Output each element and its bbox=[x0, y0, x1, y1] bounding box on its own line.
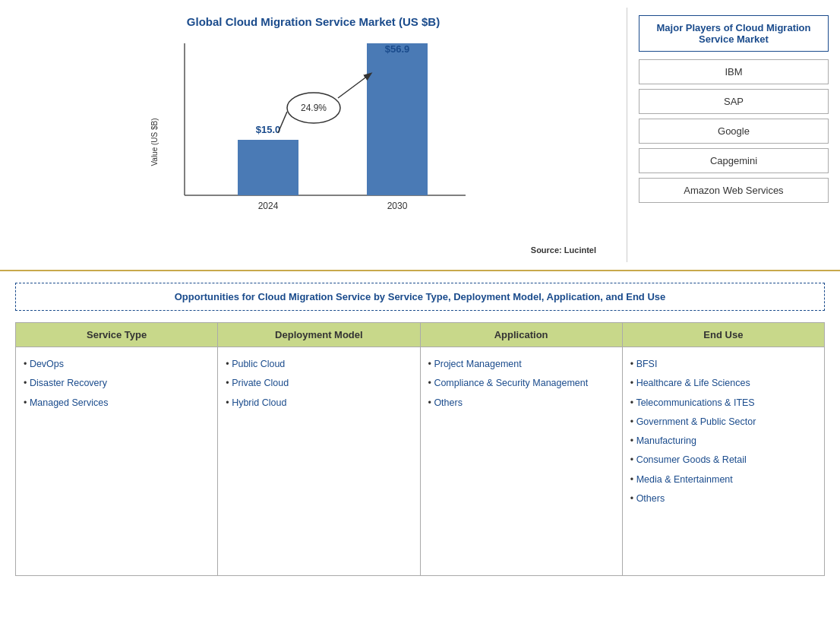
y-axis-label: Value (US $B) bbox=[150, 118, 159, 166]
list-item: • BFSI bbox=[630, 356, 816, 372]
chart-area: Global Cloud Migration Service Market (U… bbox=[0, 8, 627, 262]
column-service-type: Service Type • DevOps • Disaster Recover… bbox=[16, 323, 218, 575]
bar-2024-label: $15.0 bbox=[255, 124, 280, 135]
source-text: Source: Lucintel bbox=[15, 245, 611, 255]
list-item: • DevOps bbox=[24, 356, 210, 372]
deployment-model-body: • Public Cloud • Private Cloud • Hybrid … bbox=[218, 347, 419, 575]
column-end-use: End Use • BFSI • Healthcare & Life Scien… bbox=[623, 323, 824, 575]
list-item: • Public Cloud bbox=[226, 356, 412, 372]
bar-2024 bbox=[238, 140, 298, 195]
end-use-body: • BFSI • Healthcare & Life Sciences • Te… bbox=[623, 347, 824, 575]
bar-2030-year: 2030 bbox=[387, 201, 407, 211]
column-deployment-model: Deployment Model • Public Cloud • Privat… bbox=[218, 323, 420, 575]
player-sap: SAP bbox=[639, 89, 829, 114]
cagr-label: 24.9% bbox=[300, 103, 326, 113]
list-item: • Others bbox=[428, 395, 614, 411]
bar-2024-year: 2024 bbox=[257, 201, 278, 211]
list-item: • Others bbox=[630, 491, 816, 507]
bar-chart-svg: Value (US $B) $15.0 2024 $56.9 2030 bbox=[147, 36, 481, 241]
service-type-body: • DevOps • Disaster Recovery • Managed S… bbox=[16, 347, 217, 575]
list-item: • Hybrid Cloud bbox=[226, 395, 412, 411]
chart-svg-wrap: Value (US $B) $15.0 2024 $56.9 2030 bbox=[15, 36, 611, 241]
player-aws: Amazon Web Services bbox=[639, 178, 829, 203]
column-application: Application • Project Management • Compl… bbox=[421, 323, 623, 575]
list-item: • Healthcare & Life Sciences bbox=[630, 375, 816, 391]
cagr-arrow bbox=[338, 74, 371, 98]
players-title: Major Players of Cloud Migration Service… bbox=[639, 15, 829, 52]
list-item: • Disaster Recovery bbox=[24, 375, 210, 391]
list-item: • Manufacturing bbox=[630, 433, 816, 449]
list-item: • Government & Public Sector bbox=[630, 414, 816, 430]
application-body: • Project Management • Compliance & Secu… bbox=[421, 347, 622, 575]
list-item: • Telecommunications & ITES bbox=[630, 395, 816, 411]
player-google: Google bbox=[639, 119, 829, 144]
bottom-section: Opportunities for Cloud Migration Servic… bbox=[0, 271, 840, 587]
end-use-header: End Use bbox=[623, 323, 824, 347]
bar-2030-label: $56.9 bbox=[384, 43, 409, 55]
players-panel: Major Players of Cloud Migration Service… bbox=[627, 8, 840, 262]
list-item: • Managed Services bbox=[24, 395, 210, 411]
application-header: Application bbox=[421, 323, 622, 347]
deployment-model-header: Deployment Model bbox=[218, 323, 419, 347]
list-item: • Project Management bbox=[428, 356, 614, 372]
player-capgemini: Capgemini bbox=[639, 148, 829, 173]
columns-container: Service Type • DevOps • Disaster Recover… bbox=[15, 322, 825, 576]
list-item: • Compliance & Security Management bbox=[428, 375, 614, 391]
list-item: • Consumer Goods & Retail bbox=[630, 452, 816, 468]
cagr-arrow2 bbox=[278, 112, 287, 133]
list-item: • Media & Entertainment bbox=[630, 472, 816, 488]
service-type-header: Service Type bbox=[16, 323, 217, 347]
opportunities-title: Opportunities for Cloud Migration Servic… bbox=[15, 283, 825, 311]
bar-2030 bbox=[367, 43, 428, 195]
player-ibm: IBM bbox=[639, 59, 829, 84]
list-item: • Private Cloud bbox=[226, 375, 412, 391]
top-section: Global Cloud Migration Service Market (U… bbox=[0, 0, 840, 271]
chart-title: Global Cloud Migration Service Market (U… bbox=[187, 15, 440, 28]
